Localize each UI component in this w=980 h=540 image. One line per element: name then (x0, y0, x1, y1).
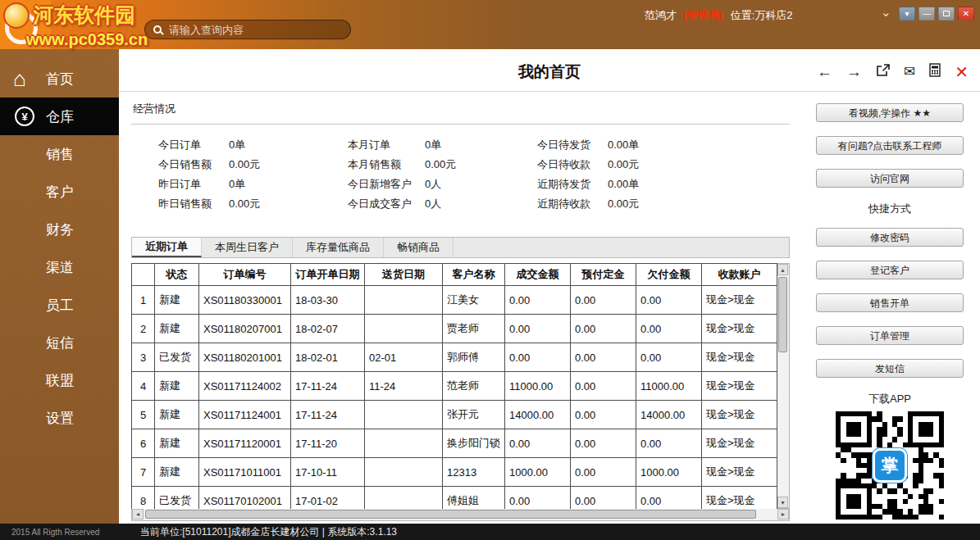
tab-low-stock-items[interactable]: 库存量低商品 (293, 238, 384, 257)
forward-icon[interactable]: → (846, 64, 862, 80)
section-title: 经营情况 (131, 97, 790, 125)
table-cell: XS01171011001 (199, 458, 291, 487)
table-row[interactable]: 4新建XS0117112400217-11-2411-24范老师11000.00… (132, 372, 777, 401)
table-cell: 17-10-11 (291, 458, 365, 487)
stat-value: 0.00单 (608, 178, 639, 190)
sidebar-item-channels[interactable]: 渠道 (0, 248, 119, 286)
user-role-badge: [管理员] (684, 8, 723, 23)
stat-value: 0.00元 (229, 158, 348, 170)
table-cell: 0.00 (571, 315, 636, 343)
register-customer-button[interactable]: 登记客户 (816, 261, 964, 279)
table-cell: XS01180201001 (199, 343, 291, 372)
visit-website-button[interactable]: 访问官网 (816, 169, 964, 188)
contact-engineer-button[interactable]: 有问题?点击联系工程师 (816, 136, 964, 155)
tab-recent-orders[interactable]: 近期订单 (132, 238, 202, 257)
table-cell (365, 315, 443, 343)
search-box[interactable] (144, 20, 351, 39)
table-cell: 1000.00 (505, 458, 571, 487)
table-row[interactable]: 8已发货XS0117010200117-01-02傅姐姐0.000.000.00… (132, 487, 777, 510)
table-cell: 新建 (155, 458, 199, 487)
share-icon[interactable] (876, 64, 890, 80)
table-cell: 14000.00 (636, 401, 702, 429)
sales-billing-button[interactable]: 销售开单 (816, 293, 964, 312)
table-cell: 18-02-01 (291, 343, 365, 372)
minimize-button[interactable]: — (918, 7, 935, 20)
vertical-scrollbar[interactable]: ▲ ▼ (777, 263, 790, 509)
sidebar-item-finance[interactable]: 财务 (0, 211, 119, 248)
chevron-down-icon[interactable]: ⌄ (881, 5, 891, 20)
search-icon (153, 25, 162, 34)
table-cell (365, 429, 443, 458)
tab-best-sellers[interactable]: 畅销商品 (384, 238, 454, 257)
horizontal-scrollbar[interactable]: ◄ ► (131, 509, 790, 521)
table-cell: 0.00 (505, 429, 571, 458)
scroll-right-icon[interactable]: ► (777, 509, 789, 520)
scroll-down-icon[interactable]: ▼ (777, 497, 788, 508)
close-page-icon[interactable]: ✕ (955, 64, 969, 80)
stat-label: 本月销售额 (348, 158, 425, 170)
change-password-button[interactable]: 修改密码 (816, 228, 964, 247)
scroll-up-icon[interactable]: ▲ (777, 264, 788, 275)
table-cell: 现金>现金 (702, 401, 777, 429)
sidebar-item-settings[interactable]: 设置 (0, 399, 119, 437)
table-cell: XS01180330001 (199, 286, 291, 315)
table-row[interactable]: 7新建XS0117101100117-10-11123131000.000.00… (132, 458, 777, 487)
table-cell: 已发货 (155, 343, 199, 372)
order-management-button[interactable]: 订单管理 (816, 326, 964, 345)
calculator-icon[interactable] (929, 63, 941, 80)
table-row[interactable]: 3已发货XS0118020100118-02-0102-01郭师傅0.000.0… (132, 343, 777, 372)
dropdown-button[interactable]: ▾ (899, 7, 915, 20)
table-cell (365, 487, 443, 510)
horizontal-scroll-thumb[interactable] (145, 510, 756, 519)
watch-video-button[interactable]: 看视频,学操作 ★★ (816, 103, 964, 122)
home-icon: ⌂ (13, 68, 26, 89)
table-row[interactable]: 1新建XS0118033000118-03-30江美女0.000.000.00现… (132, 286, 777, 315)
stat-label: 今日新增客户 (348, 178, 425, 190)
table-cell: 新建 (155, 429, 199, 458)
sidebar-item-label: 首页 (46, 70, 74, 88)
close-button[interactable]: ✕ (958, 7, 974, 20)
sidebar-item-home[interactable]: ⌂首页 (0, 60, 119, 98)
maximize-button[interactable] (938, 7, 955, 20)
sidebar: ⌂首页¥仓库销售客户财务渠道员工短信联盟设置 (0, 49, 119, 524)
table-cell: 0.00 (636, 286, 702, 315)
table-row[interactable]: 6新建XS0117112000117-11-20换步阳门锁0.000.000.0… (132, 429, 777, 458)
table-header-cell: 成交金额 (505, 264, 571, 286)
stat-label: 本月订单 (348, 138, 425, 151)
table-cell: 换步阳门锁 (443, 429, 505, 458)
send-sms-button[interactable]: 发短信 (816, 359, 964, 378)
scroll-left-icon[interactable]: ◄ (132, 509, 144, 520)
stat-value: 0单 (229, 178, 348, 190)
table-cell: 0.00 (571, 372, 636, 401)
table-cell: 现金>现金 (702, 286, 777, 315)
sidebar-item-sales[interactable]: 销售 (0, 135, 119, 173)
table-row[interactable]: 5新建XS0117112400117-11-24张开元14000.000.001… (132, 401, 777, 429)
table-cell: 贾老师 (443, 315, 505, 343)
search-input[interactable] (169, 24, 342, 36)
main-area: 我的首页 ← → ✉ ✕ 经营情况 今日订单0单今日销售额0.00元昨日订单0单… (119, 49, 980, 524)
qr-center-logo: 掌 (873, 448, 907, 483)
table-cell: 0.00 (571, 401, 636, 429)
table-cell: 0.00 (636, 343, 702, 372)
table-cell: XS01180207001 (199, 315, 291, 343)
sidebar-item-customers[interactable]: 客户 (0, 173, 119, 211)
table-cell: 0.00 (505, 315, 571, 343)
vertical-scroll-thumb[interactable] (778, 277, 787, 352)
table-cell: 2 (132, 315, 155, 343)
sidebar-item-warehouse[interactable]: ¥仓库 (0, 98, 119, 135)
table-cell: 11000.00 (505, 372, 571, 401)
sidebar-item-alliance[interactable]: 联盟 (0, 361, 119, 399)
current-unit-text: 当前单位:[51011201]成都金店长建材公司 | 系统版本:3.1.13 (119, 525, 397, 539)
mail-icon[interactable]: ✉ (904, 64, 915, 80)
sidebar-item-staff[interactable]: 员工 (0, 286, 119, 324)
back-icon[interactable]: ← (817, 64, 832, 80)
sidebar-item-sms[interactable]: 短信 (0, 324, 119, 361)
table-header-cell: 状态 (155, 264, 199, 286)
table-cell: 17-11-20 (291, 429, 365, 458)
table-row[interactable]: 2新建XS0118020700118-02-07贾老师0.000.000.00现… (132, 315, 777, 343)
sidebar-item-label: 联盟 (46, 371, 74, 390)
download-app-title: 下载APP (808, 392, 972, 405)
table-cell: 傅姐姐 (443, 487, 505, 510)
stat-label: 今日订单 (158, 138, 229, 151)
tab-birthday-customers[interactable]: 本周生日客户 (202, 238, 293, 257)
